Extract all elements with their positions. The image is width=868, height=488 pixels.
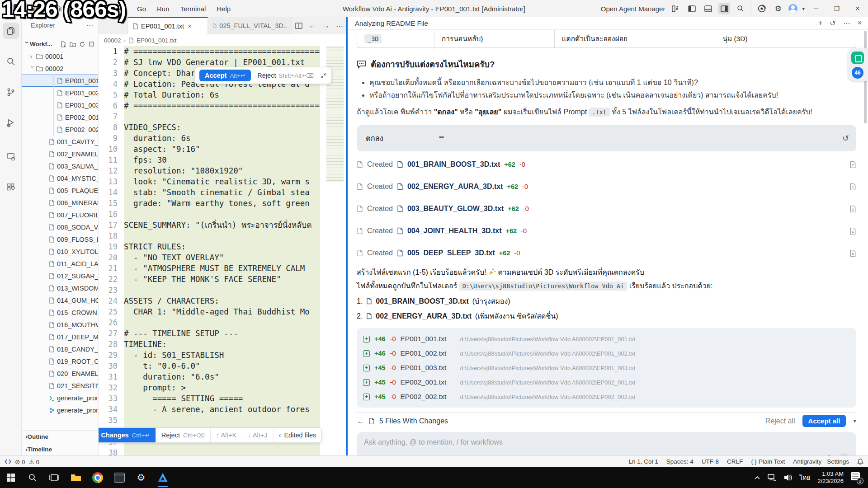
run-debug-activity-icon[interactable]: [3, 115, 19, 131]
remote-indicator-icon[interactable]: [5, 459, 11, 465]
maximize-button[interactable]: ❐: [826, 0, 847, 17]
file-explorer-icon[interactable]: [65, 467, 87, 488]
reject-all-button[interactable]: Reject all: [765, 417, 795, 425]
capture-count-badge[interactable]: 46: [852, 67, 863, 79]
menu-terminal[interactable]: Terminal: [175, 3, 211, 14]
taskbar-settings-icon[interactable]: ⚙: [130, 467, 152, 488]
panel-close-icon[interactable]: ×: [858, 19, 862, 28]
collapse-files-icon[interactable]: ←: [357, 417, 364, 425]
tab-close-icon[interactable]: ×: [188, 23, 191, 30]
encoding[interactable]: UTF-8: [702, 458, 719, 465]
file-item[interactable]: 004_MYSTIC_GUM...: [22, 172, 99, 184]
notifications-bell-icon[interactable]: [857, 458, 863, 465]
menu-run[interactable]: Run: [152, 3, 175, 14]
diff-file-row[interactable]: ++45-0EP002_001.txtd:\Users\sj88studio\P…: [357, 375, 856, 389]
file-ep002-001[interactable]: EP002_001.txt: [22, 111, 99, 123]
new-file-icon[interactable]: [60, 41, 66, 47]
file-item[interactable]: 021_SENSITIVITY_...: [22, 380, 99, 392]
account-avatar[interactable]: [788, 4, 797, 13]
diff-file-row[interactable]: ++45-0EP001_003.txtd:\Users\sj88studio\P…: [357, 361, 856, 375]
open-file-icon[interactable]: [849, 183, 856, 191]
minimize-button[interactable]: ─: [806, 0, 826, 17]
file-item[interactable]: 015_CROWN_BRID...: [22, 306, 99, 319]
minimap[interactable]: [326, 46, 344, 182]
file-item[interactable]: 017_DEEP_MOLAR...: [22, 331, 99, 343]
history-icon[interactable]: ↺: [830, 19, 835, 28]
settings-gear-icon[interactable]: ⚙: [772, 3, 784, 14]
refresh-icon[interactable]: [79, 41, 85, 47]
toggle-left-sidebar-icon[interactable]: [686, 3, 698, 14]
cursor-position[interactable]: Ln 1, Col 1: [628, 458, 658, 465]
language-indicator[interactable]: ไทย: [800, 473, 811, 483]
outline-section[interactable]: ›Outline: [22, 430, 99, 442]
browser-icon[interactable]: [756, 3, 768, 14]
new-chat-icon[interactable]: +: [818, 19, 822, 28]
accept-options-chevron-icon[interactable]: ▾: [853, 418, 856, 424]
created-file-name[interactable]: 001_BRAIN_BOOST_3D.txt: [407, 160, 500, 169]
nav-forward-icon[interactable]: →: [322, 22, 330, 30]
accept-button[interactable]: AcceptAlt+↵: [199, 70, 251, 81]
taskbar-search-icon[interactable]: [22, 467, 43, 488]
collapse-diff-icon[interactable]: [320, 72, 327, 79]
next-change-button[interactable]: ↓ Alt+J: [242, 428, 273, 442]
file-item[interactable]: 018_CANDY_BATT...: [22, 343, 99, 355]
open-agent-manager-button[interactable]: Open Agent Manager: [601, 5, 665, 13]
tab-025-full-vital[interactable]: 025_FULL_VITAL_3D..: [208, 17, 292, 34]
chat-input[interactable]: Ask anything, @ to mention, / for workfl…: [357, 432, 856, 455]
file-generate-prompts-1[interactable]: generate_prompts...: [22, 392, 99, 404]
antigravity-taskbar-icon[interactable]: [152, 467, 174, 488]
file-item[interactable]: 005_PLAQUE_THE...: [22, 184, 99, 197]
file-item[interactable]: 013_WISDOM_TO...: [22, 282, 99, 294]
folder-00002[interactable]: ›00002: [22, 62, 99, 75]
file-item[interactable]: 009_FLOSS_LABYR...: [22, 233, 99, 245]
diff-file-row[interactable]: ++45-0EP002_002.txtd:\Users\sj88studio\P…: [357, 389, 856, 404]
restore-checkpoint-icon[interactable]: ↺: [842, 133, 849, 143]
diff-file-row[interactable]: ++46-0EP001_001.txtd:\Users\sj88studio\P…: [357, 332, 856, 346]
file-item[interactable]: 014_GUM_HOSPIT...: [22, 294, 99, 306]
app-window-icon[interactable]: [108, 467, 130, 488]
toggle-right-sidebar-icon[interactable]: [718, 3, 730, 14]
search-icon[interactable]: [735, 3, 746, 14]
accept-all-button[interactable]: Accept all: [802, 415, 846, 427]
file-ep001-001[interactable]: EP001_001.txt: [22, 75, 99, 87]
open-file-icon[interactable]: [849, 227, 856, 235]
code-area[interactable]: 1# =====================================…: [99, 46, 346, 455]
file-item[interactable]: 001_CAVITY_BUG.txt: [22, 136, 99, 148]
reject-button[interactable]: RejectShift+Alt+⌫: [257, 72, 314, 79]
created-file-name[interactable]: 003_BEAUTY_GLOW_3D.txt: [407, 205, 504, 213]
timeline-section[interactable]: ›Timeline: [22, 443, 99, 455]
warnings-indicator[interactable]: ⚠ 0: [29, 458, 39, 465]
file-item[interactable]: 003_SALIVA_CAVE...: [22, 160, 99, 172]
tab-ep001-001[interactable]: EP001_001.txt ×: [127, 17, 208, 34]
file-item[interactable]: 016_MOUTHWAS...: [22, 319, 99, 331]
created-file-name[interactable]: 005_DEEP_SLEEP_3D.txt: [407, 249, 495, 257]
search-activity-icon[interactable]: [3, 53, 19, 70]
reject-changes-button[interactable]: RejectCtrl+⌫: [156, 428, 211, 442]
notification-center-icon[interactable]: 2: [851, 472, 863, 483]
editor-more-icon[interactable]: ⋯: [336, 22, 343, 30]
file-link[interactable]: 001_BRAIN_BOOST_3D.txt: [376, 297, 468, 305]
account-chevron-icon[interactable]: ▾: [802, 6, 805, 12]
folder-00001[interactable]: ›00001: [22, 50, 99, 62]
created-file-name[interactable]: 004_JOINT_HEALTH_3D.txt: [407, 227, 502, 235]
file-item[interactable]: 012_SUGAR_DESE...: [22, 270, 99, 282]
language-mode[interactable]: { } Plain Text: [751, 458, 785, 465]
hidden-icons-chevron[interactable]: [755, 476, 760, 479]
task-view-icon[interactable]: [43, 467, 65, 488]
file-ep001-002[interactable]: EP001_002.txt: [22, 87, 99, 99]
file-item[interactable]: 006_MINERAL_WA...: [22, 197, 99, 209]
capture-widget-icon[interactable]: [851, 52, 864, 64]
agent-manager-icon[interactable]: [670, 3, 681, 14]
source-control-activity-icon[interactable]: [3, 84, 19, 100]
file-item[interactable]: 002_ENAMEL_STA...: [22, 148, 99, 160]
created-file-name[interactable]: 002_ENERGY_AURA_3D.txt: [407, 183, 503, 191]
extensions-activity-icon[interactable]: [3, 179, 19, 195]
edited-files-button[interactable]: ‹Edited files: [274, 428, 322, 442]
diff-file-row[interactable]: ++46-0EP001_002.txtd:\Users\sj88studio\P…: [357, 346, 856, 361]
start-button[interactable]: [0, 467, 22, 488]
toggle-panel-icon[interactable]: [702, 3, 714, 14]
eol-sequence[interactable]: CRLF: [727, 458, 743, 465]
chrome-icon[interactable]: [87, 467, 108, 488]
file-link[interactable]: 002_ENERGY_AURA_3D.txt: [376, 312, 472, 320]
collapse-all-icon[interactable]: [89, 41, 95, 47]
